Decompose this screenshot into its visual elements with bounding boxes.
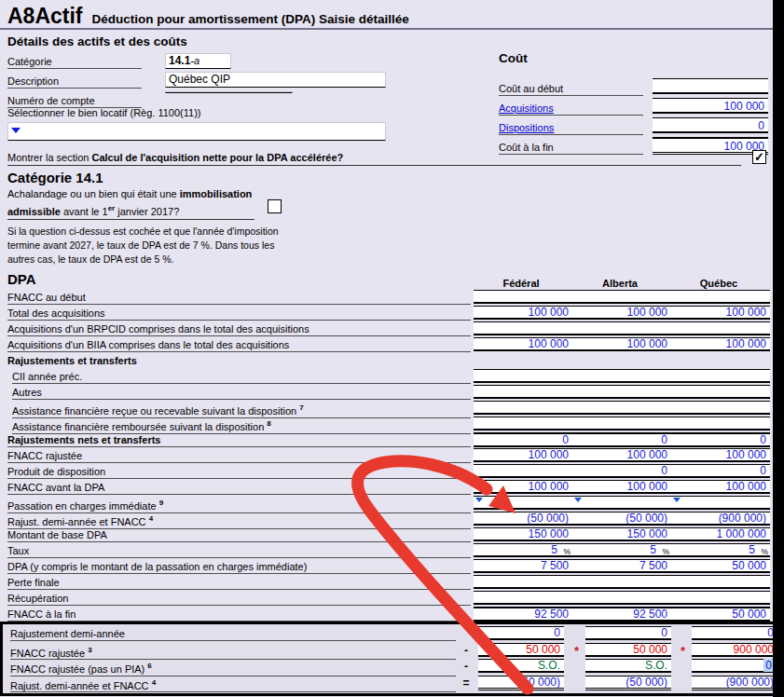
value-cell[interactable]: 92 500	[474, 607, 572, 622]
goodwill-checkbox[interactable]	[268, 199, 282, 213]
popup-value-cell[interactable]: 0	[692, 659, 777, 673]
value-cell[interactable]: 0	[671, 432, 770, 447]
popup-value-cell[interactable]: S.O.	[478, 659, 564, 673]
value-cell[interactable]	[572, 385, 671, 399]
cell-value: 92 500	[534, 608, 569, 621]
value-cell[interactable]: 0	[671, 464, 770, 478]
value-cell[interactable]: 100 000	[671, 448, 770, 462]
value-cell[interactable]	[474, 464, 572, 478]
value-cell[interactable]	[474, 401, 572, 415]
value-cell[interactable]	[671, 401, 770, 415]
popup-value-cell[interactable]: 0	[478, 626, 564, 640]
cell-value: 0	[661, 626, 667, 639]
value-cell[interactable]: 100 000	[474, 448, 572, 462]
value-cell[interactable]: 100 000	[671, 306, 770, 320]
value-cell[interactable]	[474, 321, 572, 335]
show-section-checkbox[interactable]: ✓	[752, 150, 766, 164]
value-cell[interactable]	[572, 369, 671, 383]
value-cell[interactable]	[572, 417, 671, 430]
chevron-down-icon[interactable]	[11, 128, 21, 133]
value-cell[interactable]: 100 000	[474, 337, 572, 351]
popup-value-cell[interactable]: (900 000)	[692, 676, 777, 690]
cell-value: 50 000	[732, 608, 766, 621]
popup-row-label: FNACC rajustée 3	[10, 644, 456, 661]
row-label: Récupération	[7, 592, 471, 606]
value-cell[interactable]	[474, 591, 572, 605]
chevron-down-icon[interactable]	[475, 498, 483, 502]
value-cell[interactable]	[474, 290, 572, 304]
value-cell[interactable]	[671, 496, 770, 510]
popup-value-cell[interactable]: 50 000	[478, 643, 564, 657]
value-cell[interactable]: 50 000	[671, 559, 770, 573]
value-cell[interactable]	[572, 591, 671, 605]
popup-value-cell[interactable]: S.O.	[585, 659, 671, 673]
cost-cell[interactable]	[653, 78, 768, 94]
popup-value-cell[interactable]: (50 000)	[585, 676, 671, 690]
value-cell[interactable]: 92 500	[572, 607, 671, 622]
value-cell[interactable]	[671, 591, 770, 605]
value-cell[interactable]: 150 000	[474, 527, 572, 541]
value-cell[interactable]: 100 000	[572, 337, 671, 351]
category-field[interactable]: 14.1-a	[165, 53, 231, 69]
value-cell[interactable]: 100 000	[572, 480, 671, 494]
value-cell[interactable]	[572, 575, 671, 589]
account-number-field[interactable]	[165, 91, 293, 93]
value-cell[interactable]	[671, 385, 770, 399]
table-row: Produit de disposition00	[0, 464, 773, 480]
cell-value: 150 000	[529, 527, 569, 540]
description-field[interactable]: Québec QIP	[165, 72, 386, 88]
value-cell[interactable]	[572, 496, 671, 510]
value-cell[interactable]	[671, 290, 770, 304]
popup-value-cell[interactable]: (50 000)	[478, 676, 564, 690]
value-cell[interactable]: 7 500	[474, 559, 572, 573]
value-cell[interactable]: 100 000	[671, 337, 770, 351]
value-cell[interactable]	[671, 321, 770, 335]
value-cell[interactable]	[671, 417, 770, 430]
chevron-down-icon[interactable]	[574, 498, 582, 502]
cost-row-label[interactable]: Dispositions	[499, 121, 643, 135]
chevron-down-icon[interactable]	[673, 498, 681, 502]
value-cell[interactable]: 0	[572, 464, 671, 478]
value-cell[interactable]: 100 000	[572, 306, 671, 320]
popup-value-cell[interactable]: 900 000	[692, 643, 777, 657]
value-cell[interactable]: 50 000	[671, 607, 770, 622]
rental-property-select[interactable]	[7, 122, 386, 141]
cost-cell[interactable]: 100 000	[653, 98, 768, 114]
value-cell[interactable]: 7 500	[572, 559, 671, 573]
value-cell[interactable]: 100 000	[671, 480, 770, 494]
value-cell[interactable]: 1 000 000	[671, 527, 770, 541]
value-cell[interactable]: 0	[572, 432, 671, 447]
value-cell[interactable]: 100 000	[572, 448, 671, 462]
value-cell[interactable]: (50 000)	[572, 512, 671, 526]
value-cell[interactable]: 5%	[671, 543, 770, 557]
footnote-ref: 3	[88, 646, 91, 654]
value-cell[interactable]: (50 000)	[474, 512, 572, 526]
popup-value-cell[interactable]: 50 000	[585, 643, 671, 657]
value-cell[interactable]	[671, 369, 770, 383]
value-cell[interactable]	[474, 575, 572, 589]
cost-row-label[interactable]: Acquisitions	[499, 102, 643, 116]
cell-value: 50 000	[633, 643, 667, 656]
value-cell[interactable]: 5%	[474, 543, 572, 557]
value-cell[interactable]: 150 000	[572, 527, 671, 541]
value-cell[interactable]	[572, 401, 671, 415]
value-cell[interactable]	[671, 575, 770, 589]
popup-value-cell[interactable]: 0	[585, 626, 671, 640]
row-label: Rajustements et transferts	[7, 354, 471, 367]
value-cell[interactable]	[474, 496, 572, 510]
value-cell[interactable]	[474, 369, 572, 383]
cell-value: 100 000	[627, 337, 667, 350]
footnote-ref: 4	[149, 514, 153, 523]
value-cell[interactable]	[572, 290, 671, 304]
cost-cell[interactable]: 0	[653, 117, 768, 133]
value-cell[interactable]: (900 000)	[671, 512, 770, 526]
value-cell[interactable]: 5%	[572, 543, 671, 557]
popup-value-cell[interactable]: 0	[692, 626, 777, 640]
value-cell[interactable]	[474, 385, 572, 399]
cost-row: Coût au début	[499, 78, 772, 98]
value-cell[interactable]: 0	[474, 432, 572, 447]
value-cell[interactable]	[474, 417, 572, 430]
value-cell[interactable]: 100 000	[474, 306, 572, 320]
value-cell[interactable]	[572, 321, 671, 335]
value-cell[interactable]: 100 000	[474, 480, 572, 494]
